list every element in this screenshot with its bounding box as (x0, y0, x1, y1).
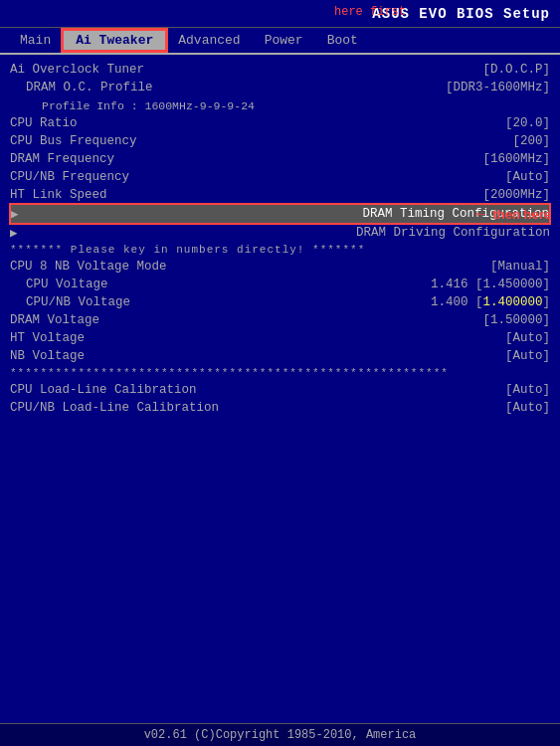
ht-link-speed-label: HT Link Speed (10, 188, 107, 202)
nav-advanced[interactable]: Advanced (166, 31, 252, 50)
nav-main[interactable]: Main (8, 31, 63, 50)
dram-oc-profile-row[interactable]: DRAM O.C. Profile [DDR3-1600MHz] (10, 79, 550, 96)
ai-overclock-label: Ai Overclock Tuner (10, 63, 144, 77)
annotation-arrow-icon: ← (472, 205, 488, 223)
ai-overclock-value: [D.O.C.P] (482, 63, 550, 77)
nav-ai-tweaker[interactable]: Ai Tweaker (63, 30, 166, 51)
cpu-nb-freq-row[interactable]: CPU/NB Frequency [Auto] (10, 168, 550, 186)
cpu-nb-voltage-value: 1.400 [1.400000] (431, 295, 550, 309)
dram-freq-value: [1600MHz] (482, 152, 550, 166)
cpu-nb-voltage-label: CPU/NB Voltage (10, 295, 130, 309)
separator2: ****************************************… (10, 365, 550, 381)
ht-voltage-row[interactable]: HT Voltage [Auto] (10, 329, 550, 347)
dram-voltage-row[interactable]: DRAM Voltage [1.50000] (10, 311, 550, 329)
nb-voltage-label: NB Voltage (10, 349, 85, 363)
bios-screen: here first ASUS EVO BIOS Setup Main Ai T… (0, 0, 560, 746)
bios-content: Ai Overclock Tuner [D.O.C.P] DRAM O.C. P… (0, 55, 560, 723)
nav-power[interactable]: Power (253, 31, 315, 50)
separator1: ******* Please key in numbers directly! … (10, 242, 550, 258)
then-here-text: then here (492, 207, 551, 222)
footer: v02.61 (C)Copyright 1985-2010, America (0, 723, 560, 746)
dram-freq-row[interactable]: DRAM Frequency [1600MHz] (10, 150, 550, 168)
cpu-nb-load-line-value: [Auto] (505, 401, 550, 415)
cpu-load-line-row[interactable]: CPU Load-Line Calibration [Auto] (10, 381, 550, 399)
dram-oc-label: DRAM O.C. Profile (10, 81, 153, 94)
cpu8-nb-voltage-value: [Manual] (490, 260, 550, 274)
cpu8-nb-voltage-mode-row[interactable]: CPU 8 NB Voltage Mode [Manual] (10, 258, 550, 276)
cpu-nb-freq-value: [Auto] (505, 170, 550, 184)
cpu-ratio-value: [20.0] (505, 116, 550, 130)
profile-info-label: Profile Info : 1600MHz-9-9-9-24 (10, 99, 255, 112)
dram-timing-config-row[interactable]: ▶ DRAM Timing Configuration ← then here (10, 204, 550, 224)
dram-voltage-value: [1.50000] (482, 313, 550, 327)
dram-driving-arrow: ▶ (10, 225, 18, 241)
footer-text: v02.61 (C)Copyright 1985-2010, America (144, 728, 417, 742)
header-bar: here first ASUS EVO BIOS Setup (0, 0, 560, 28)
dram-voltage-label: DRAM Voltage (10, 313, 99, 327)
cpu-ratio-row[interactable]: CPU Ratio [20.0] (10, 114, 550, 132)
ht-voltage-label: HT Voltage (10, 331, 85, 345)
nav-bar: Main Ai Tweaker Advanced Power Boot (0, 28, 560, 55)
ht-link-speed-row[interactable]: HT Link Speed [2000MHz] (10, 186, 550, 204)
cpu-ratio-label: CPU Ratio (10, 116, 78, 130)
cpu-bus-freq-row[interactable]: CPU Bus Frequency [200] (10, 132, 550, 150)
cpu-voltage-row[interactable]: CPU Voltage 1.416 [1.450000] (10, 276, 550, 293)
dram-freq-label: DRAM Frequency (10, 152, 114, 166)
cpu8-nb-voltage-label: CPU 8 NB Voltage Mode (10, 260, 167, 274)
profile-info-row: Profile Info : 1600MHz-9-9-9-24 (10, 96, 550, 114)
then-here-annotation: ← then here (472, 205, 551, 223)
cpu-nb-load-line-label: CPU/NB Load-Line Calibration (10, 401, 219, 415)
cpu-voltage-label: CPU Voltage (10, 278, 108, 291)
cpu-voltage-value: 1.416 [1.450000] (431, 278, 550, 291)
cpu-nb-freq-label: CPU/NB Frequency (10, 170, 129, 184)
nb-voltage-row[interactable]: NB Voltage [Auto] (10, 347, 550, 365)
dram-driving-label: DRAM Driving Configuration (356, 226, 550, 240)
cpu-load-line-label: CPU Load-Line Calibration (10, 383, 197, 397)
ht-voltage-value: [Auto] (505, 331, 550, 345)
dram-oc-value: [DDR3-1600MHz] (446, 81, 550, 94)
nb-voltage-value: [Auto] (505, 349, 550, 363)
nav-boot[interactable]: Boot (315, 31, 370, 50)
dram-timing-arrow: ▶ (11, 206, 19, 222)
cpu-bus-freq-label: CPU Bus Frequency (10, 134, 137, 148)
dram-driving-config-row[interactable]: ▶ DRAM Driving Configuration (10, 224, 550, 242)
cpu-nb-voltage-row[interactable]: CPU/NB Voltage 1.400 [1.400000] (10, 293, 550, 311)
cpu-load-line-value: [Auto] (505, 383, 550, 397)
cpu-bus-freq-value: [200] (512, 134, 550, 148)
cpu-nb-load-line-row[interactable]: CPU/NB Load-Line Calibration [Auto] (10, 399, 550, 417)
here-first-label: here first (334, 5, 406, 19)
ht-link-speed-value: [2000MHz] (482, 188, 550, 202)
ai-overclock-tuner-row[interactable]: Ai Overclock Tuner [D.O.C.P] (10, 61, 550, 79)
